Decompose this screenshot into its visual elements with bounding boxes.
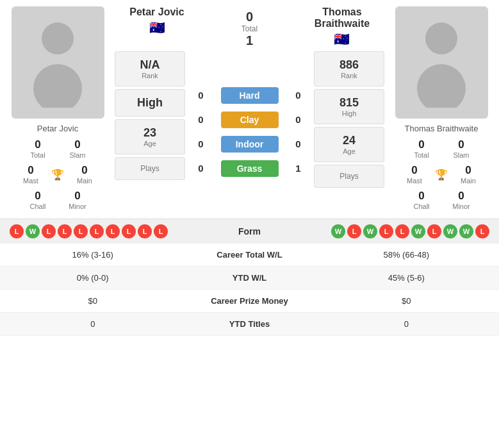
surface-row-indoor: 0 Indoor 0 xyxy=(188,133,311,155)
stats-right-value: 45% (5-6) xyxy=(314,267,500,289)
left-name-top: Petar Jovic xyxy=(129,6,184,18)
form-badge: L xyxy=(10,224,24,238)
left-form-badges: LWLLLLLLLL xyxy=(10,224,168,238)
right-name-top: Thomas Braithwaite xyxy=(300,6,384,29)
form-label: Form xyxy=(238,226,261,236)
svg-point-0 xyxy=(42,22,74,54)
surface-row-hard: 0 Hard 0 xyxy=(188,85,311,106)
stats-left-value: 0% (0-0) xyxy=(0,267,186,289)
stats-row: 0% (0-0) YTD W/L 45% (5-6) xyxy=(0,267,499,290)
right-high-label: High xyxy=(321,110,377,117)
right-age-label: Age xyxy=(321,147,377,155)
form-badge: L xyxy=(122,224,136,238)
left-minor-stat: 0 Minor xyxy=(58,188,97,212)
clay-right-score: 0 xyxy=(290,114,306,125)
indoor-button: Indoor xyxy=(221,136,279,153)
indoor-right-score: 0 xyxy=(290,138,306,149)
right-info-box: 886 Rank 815 High 24 Age Plays xyxy=(314,51,384,212)
left-player-name: Petar Jovic xyxy=(37,124,78,133)
form-badge: L xyxy=(475,224,489,238)
right-slam-stat: 0 Slam xyxy=(442,137,480,161)
total-score-label: Total xyxy=(241,24,258,33)
right-rank-label: Rank xyxy=(321,72,377,79)
right-avatar-silhouette xyxy=(409,18,473,108)
left-mast-stat: 0 Mast xyxy=(12,162,50,187)
right-player-name: Thomas Braithwaite xyxy=(405,124,479,133)
stats-row: $0 Career Prize Money $0 xyxy=(0,290,499,313)
form-badge: W xyxy=(26,224,40,238)
grass-right-score: 1 xyxy=(290,163,306,174)
left-avatar-silhouette xyxy=(26,18,90,108)
form-badge: L xyxy=(42,224,56,238)
stats-row: 16% (3-16) Career Total W/L 58% (66-48) xyxy=(0,244,499,267)
left-player-avatar xyxy=(12,6,104,119)
stats-left-value: $0 xyxy=(0,290,186,312)
surface-row-grass: 0 Grass 1 xyxy=(188,158,311,179)
left-rank-label: Rank xyxy=(122,72,178,79)
left-info-box: N/A Rank High 23 Age Plays xyxy=(115,51,185,212)
left-trophy: 🏆 xyxy=(51,162,64,187)
hard-right-score: 0 xyxy=(290,90,306,101)
left-flag: 🇦🇺 xyxy=(149,20,165,35)
grass-left-score: 0 xyxy=(193,163,209,174)
right-trophy: 🏆 xyxy=(435,162,448,187)
form-badge: W xyxy=(443,224,457,238)
grass-button: Grass xyxy=(221,160,279,177)
left-main-stat: 0 Main xyxy=(65,162,104,187)
stats-label: Career Total W/L xyxy=(186,244,314,266)
right-high-value: 815 xyxy=(321,96,377,110)
form-section: LWLLLLLLLL Form WLWLLWLWWL xyxy=(0,219,499,244)
form-badge: W xyxy=(331,224,345,238)
total-score-right: 1 xyxy=(246,33,253,48)
middle-area: Petar Jovic 🇦🇺 0 Total 1 Thomas Braithwa… xyxy=(112,6,387,212)
stats-label: Career Prize Money xyxy=(186,290,314,312)
form-badge: W xyxy=(411,224,425,238)
stats-label: YTD W/L xyxy=(186,267,314,289)
stats-row: 0 YTD Titles 0 xyxy=(0,313,499,336)
left-plays-label: Plays xyxy=(122,164,178,173)
left-slam-stat: 0 Slam xyxy=(58,137,97,161)
right-player-avatar xyxy=(395,6,488,119)
right-player-stats: 0 Total 0 Slam 0 Mast 🏆 0 Main xyxy=(387,137,496,212)
form-badge: L xyxy=(395,224,409,238)
right-age-value: 24 xyxy=(321,134,377,147)
form-badge: L xyxy=(58,224,72,238)
surface-area: 0 Hard 0 0 Clay 0 0 Indoor 0 xyxy=(188,51,311,212)
form-badge: L xyxy=(154,224,168,238)
stats-table: 16% (3-16) Career Total W/L 58% (66-48) … xyxy=(0,244,499,336)
right-rank-value: 886 xyxy=(321,58,377,72)
svg-point-1 xyxy=(33,64,82,108)
clay-button: Clay xyxy=(221,112,279,128)
stats-right-value: 58% (66-48) xyxy=(314,244,500,266)
form-badge: L xyxy=(427,224,441,238)
left-rank-value: N/A xyxy=(122,58,178,72)
right-chall-stat: 0 Chall xyxy=(402,188,441,212)
right-minor-stat: 0 Minor xyxy=(442,188,480,212)
stats-left-value: 0 xyxy=(0,313,186,335)
svg-point-3 xyxy=(417,64,466,108)
form-badge: L xyxy=(90,224,104,238)
stats-left-value: 16% (3-16) xyxy=(0,244,186,266)
stats-right-value: 0 xyxy=(314,313,500,335)
player-comparison: Petar Jovic 0 Total 0 Slam 0 Mast 🏆 xyxy=(0,0,499,219)
total-score-left: 0 xyxy=(246,10,253,24)
right-main-stat: 0 Main xyxy=(449,162,487,187)
hard-left-score: 0 xyxy=(193,90,209,101)
hard-button: Hard xyxy=(221,87,279,104)
indoor-left-score: 0 xyxy=(193,138,209,149)
left-total-stat: 0 Total xyxy=(19,137,57,161)
form-badge: L xyxy=(347,224,361,238)
main-container: Petar Jovic 0 Total 0 Slam 0 Mast 🏆 xyxy=(0,0,499,336)
form-badge: L xyxy=(106,224,120,238)
left-player-card: Petar Jovic 0 Total 0 Slam 0 Mast 🏆 xyxy=(3,6,112,212)
right-trophy-icon: 🏆 xyxy=(435,169,448,181)
right-mast-stat: 0 Mast xyxy=(395,162,434,187)
svg-point-2 xyxy=(425,22,457,54)
form-badge: L xyxy=(379,224,393,238)
right-total-stat: 0 Total xyxy=(402,137,441,161)
right-flag: 🇦🇺 xyxy=(334,31,350,47)
stats-label: YTD Titles xyxy=(186,313,314,335)
right-plays-label: Plays xyxy=(321,172,377,181)
left-chall-stat: 0 Chall xyxy=(19,188,57,212)
form-badge: W xyxy=(363,224,377,238)
